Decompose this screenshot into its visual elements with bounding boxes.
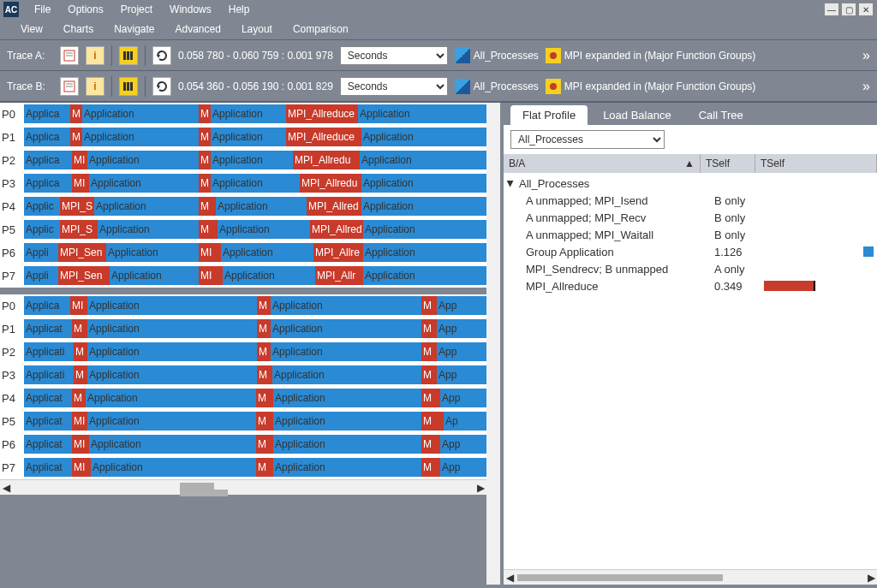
mpi-segment[interactable]: M: [199, 104, 211, 123]
timeline-row[interactable]: P0ApplicaMApplicationMApplicationMPI_All…: [0, 103, 486, 126]
app-segment[interactable]: App: [437, 296, 486, 315]
mpi-segment[interactable]: M: [72, 319, 87, 338]
app-segment[interactable]: Application: [211, 104, 286, 123]
tab-load-balance[interactable]: Load Balance: [591, 105, 683, 125]
menu-options[interactable]: Options: [59, 2, 111, 17]
app-segment[interactable]: App: [440, 458, 486, 477]
timeline-row[interactable]: P4ApplicMPI_SApplicationMApplicationMPI_…: [0, 195, 486, 218]
app-segment[interactable]: Applicat: [24, 458, 72, 477]
mpi-segment[interactable]: MPI_Allredu: [300, 174, 361, 193]
app-segment[interactable]: Application: [273, 435, 421, 454]
mpi-segment[interactable]: MPI_Allreduce: [286, 104, 358, 123]
mpi-segment[interactable]: M: [421, 458, 440, 477]
timeline-row[interactable]: P7AppliMPI_SenApplicationMIApplicationMP…: [0, 264, 486, 288]
menu-comparison[interactable]: Comparison: [283, 21, 359, 37]
app-segment[interactable]: Application: [211, 174, 300, 193]
menu-advanced[interactable]: Advanced: [165, 21, 231, 37]
app-segment[interactable]: App: [437, 342, 486, 361]
mpi-segment[interactable]: M: [74, 365, 87, 384]
app-segment[interactable]: Application: [272, 365, 421, 384]
mpi-segment[interactable]: M: [256, 412, 273, 431]
mpi-segment[interactable]: MPI_Allred: [310, 220, 363, 239]
mpi-segment[interactable]: MPI_S: [60, 197, 94, 216]
app-segment[interactable]: App: [437, 319, 486, 338]
trace-b-processes[interactable]: All_Processes: [474, 80, 539, 92]
trace-b-more-icon[interactable]: »: [862, 79, 870, 94]
app-segment[interactable]: Application: [89, 174, 199, 193]
trace-a-unit-select[interactable]: Seconds: [340, 46, 448, 65]
app-segment[interactable]: Application: [87, 319, 257, 338]
app-segment[interactable]: Applic: [24, 220, 60, 239]
mpi-segment[interactable]: M: [199, 128, 211, 146]
table-row[interactable]: A unmapped; MPI_IsendB only: [507, 192, 874, 209]
app-segment[interactable]: Application: [211, 128, 286, 146]
mpi-segment[interactable]: MPI_Allreduce: [286, 128, 361, 146]
trace-b-sync-icon[interactable]: [152, 77, 171, 96]
timeline-row[interactable]: P6ApplicatMIApplicationMApplicationMApp: [0, 433, 486, 456]
app-segment[interactable]: Application: [89, 435, 256, 454]
app-segment[interactable]: Applicat: [24, 389, 72, 407]
table-row[interactable]: MPI_Allreduce0.349: [507, 277, 874, 294]
app-segment[interactable]: Application: [361, 128, 486, 146]
mpi-segment[interactable]: M: [421, 319, 437, 338]
timeline-row[interactable]: P2ApplicaMIApplicationMApplicationMPI_Al…: [0, 149, 486, 172]
app-segment[interactable]: Application: [82, 104, 199, 123]
app-segment[interactable]: Applica: [24, 128, 70, 146]
timeline-row[interactable]: P7ApplicatMIApplicationMApplicationMApp: [0, 456, 486, 479]
app-segment[interactable]: Application: [361, 197, 486, 216]
app-segment[interactable]: Application: [363, 266, 486, 285]
menu-layout[interactable]: Layout: [231, 21, 283, 37]
table-row[interactable]: A unmapped; MPI_WaitallB only: [507, 226, 874, 243]
app-segment[interactable]: Appli: [24, 266, 58, 285]
maximize-button[interactable]: ▢: [841, 3, 856, 16]
trace-a-view-icon[interactable]: [60, 46, 79, 65]
mpi-segment[interactable]: MPI_Allredu: [293, 151, 360, 169]
mpi-segment[interactable]: M: [421, 435, 440, 454]
timeline-row[interactable]: P4ApplicatMApplicationMApplicationMApp: [0, 387, 486, 410]
menu-navigate[interactable]: Navigate: [104, 21, 164, 37]
app-segment[interactable]: Applicati: [24, 365, 74, 384]
app-segment[interactable]: Applicat: [24, 319, 72, 338]
mpi-segment[interactable]: MI: [199, 243, 221, 262]
timeline-row[interactable]: P3ApplicatiMApplicationMApplicationMApp: [0, 364, 486, 387]
mpi-segment[interactable]: MPI_Sen: [58, 266, 110, 285]
table-root-row[interactable]: All_Processes: [507, 175, 874, 192]
timeline-a[interactable]: P0ApplicaMApplicationMApplicationMPI_All…: [0, 103, 486, 288]
app-segment[interactable]: Application: [110, 266, 199, 285]
app-segment[interactable]: App: [440, 389, 486, 407]
mpi-segment[interactable]: MPI_Allre: [313, 243, 363, 262]
app-segment[interactable]: Application: [271, 296, 421, 315]
app-segment[interactable]: Application: [273, 458, 421, 477]
app-segment[interactable]: Applica: [24, 174, 72, 193]
timeline-row[interactable]: P2ApplicatiMApplicationMApplicationMApp: [0, 341, 486, 364]
timeline-row[interactable]: P3ApplicaMIApplicationMApplicationMPI_Al…: [0, 172, 486, 195]
mpi-segment[interactable]: MI: [70, 296, 87, 315]
mpi-segment[interactable]: MI: [72, 151, 87, 169]
table-row[interactable]: MPI_Sendrecv; B unmappedA only: [507, 260, 874, 277]
mpi-segment[interactable]: M: [421, 412, 444, 431]
mpi-segment[interactable]: M: [199, 220, 218, 239]
trace-a-more-icon[interactable]: »: [862, 48, 870, 63]
menu-charts[interactable]: Charts: [53, 21, 104, 37]
app-segment[interactable]: Application: [273, 412, 421, 431]
app-segment[interactable]: Application: [106, 243, 199, 262]
app-segment[interactable]: Application: [87, 412, 256, 431]
table-row[interactable]: Group Application1.126: [507, 243, 874, 260]
mpi-segment[interactable]: MI: [72, 458, 91, 477]
trace-b-view-icon[interactable]: [60, 77, 79, 96]
app-segment[interactable]: Applicat: [24, 412, 72, 431]
app-segment[interactable]: Applica: [24, 151, 72, 169]
menu-file[interactable]: File: [26, 2, 59, 17]
trace-a-sync-icon[interactable]: [152, 46, 171, 65]
app-segment[interactable]: Application: [94, 197, 199, 216]
profile-scope-select[interactable]: All_Processes: [510, 130, 665, 149]
close-button[interactable]: ✕: [858, 3, 874, 16]
timeline-row[interactable]: P1ApplicatMApplicationMApplicationMApp: [0, 318, 486, 341]
mpi-segment[interactable]: MPI_Sen: [58, 243, 106, 262]
mpi-segment[interactable]: M: [421, 389, 440, 407]
trace-b-timeline-icon[interactable]: [119, 77, 138, 96]
app-segment[interactable]: Application: [360, 151, 486, 169]
app-segment[interactable]: Application: [358, 104, 486, 123]
mpi-segment[interactable]: M: [256, 435, 273, 454]
app-segment[interactable]: Ap: [444, 412, 486, 431]
